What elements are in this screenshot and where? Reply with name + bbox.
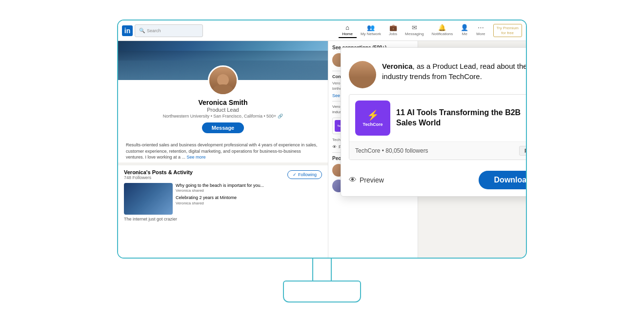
nav-home-label: Home (342, 32, 353, 36)
post-item-title-2: Celebrating 2 years at Mintome (176, 195, 322, 201)
linkedin-logo: in (122, 25, 133, 36)
monitor-stand (283, 259, 361, 302)
notifications-icon: 🔔 (438, 24, 446, 31)
posts-title: Veronica's Posts & Activity (124, 169, 193, 175)
post-image-inner (124, 183, 173, 215)
nav-messages-label: Messaging (405, 32, 424, 36)
ad-overlay: Ad Veronica, as a Product Lead, read abo… (341, 47, 527, 197)
post-item-sub-2: Veronica shared (176, 201, 322, 205)
monitor-container: in 🔍 Search ⌂ Home 👥 My Network (88, 20, 556, 302)
posts-header: Veronica's Posts & Activity 748 Follower… (124, 169, 322, 180)
see-more-bio[interactable]: See more (187, 155, 206, 160)
ad-profile-pic (349, 61, 376, 88)
nav-network[interactable]: 👥 My Network (357, 23, 385, 38)
company-followers: 80,050 followers (385, 147, 428, 154)
ad-header-text: Veronica, as a Product Lead, read about … (382, 61, 527, 81)
post-caption: The internet just got crazier (124, 217, 322, 221)
avatar-face (209, 67, 237, 94)
nav-more[interactable]: ⋯ More (472, 23, 489, 38)
ad-label: Ad (341, 48, 527, 57)
post-item-sub-1: Veronica shared (176, 188, 322, 193)
linkedin-navbar: in 🔍 Search ⌂ Home 👥 My Network (118, 20, 526, 41)
more-icon: ⋯ (478, 24, 484, 31)
nav-jobs-label: Jobs (389, 32, 397, 36)
posts-followers: 748 Followers (124, 175, 193, 180)
eye-preview-icon: 👁 (349, 176, 357, 184)
techcore-bolt-icon: ⚡ (367, 109, 379, 121)
nav-more-label: More (476, 32, 485, 36)
search-icon: 🔍 (139, 28, 145, 33)
ad-header: Veronica, as a Product Lead, read about … (341, 57, 527, 94)
list-item: Why going to the beach is important for … (176, 183, 322, 193)
avatar (208, 65, 238, 96)
profile-meta-text: Northwestern University • San Francisco,… (163, 114, 277, 119)
link-icon: 🔗 (278, 114, 283, 119)
preview-btn-label: Preview (360, 176, 384, 184)
me-icon: 👤 (461, 24, 468, 31)
premium-button[interactable]: Try Premium for free (493, 24, 522, 37)
ad-content-card: ⚡ TechCore 11 AI Tools Transforming the … (349, 94, 527, 160)
techcore-logo: ⚡ TechCore (355, 101, 390, 136)
search-bar[interactable]: 🔍 Search (135, 24, 203, 37)
ad-content-card-inner: ⚡ TechCore 11 AI Tools Transforming the … (349, 95, 527, 141)
nav-notifications[interactable]: 🔔 Notifications (428, 23, 457, 38)
preview-button[interactable]: 👁 Preview (349, 176, 384, 184)
posts-header-left: Veronica's Posts & Activity 748 Follower… (124, 169, 193, 180)
nav-home[interactable]: ⌂ Home (339, 23, 357, 38)
nav-network-label: My Network (361, 32, 381, 36)
pdf-badge: PDF (519, 146, 527, 156)
posts-section: Veronica's Posts & Activity 748 Follower… (118, 162, 328, 225)
network-icon: 👥 (367, 24, 375, 31)
ad-actions: 👁 Preview Download (341, 166, 527, 196)
message-button[interactable]: Message (202, 122, 244, 133)
monitor-stand-neck (312, 259, 332, 281)
nav-items: ⌂ Home 👥 My Network 💼 Jobs ✉ (339, 23, 489, 38)
ad-headline-name: Veronica (382, 62, 413, 70)
scene: in 🔍 Search ⌂ Home 👥 My Network (54, 10, 590, 312)
download-button[interactable]: Download (479, 171, 527, 189)
nav-me[interactable]: 👤 Me (457, 23, 472, 38)
post-item-title-1: Why going to the beach is important for … (176, 183, 322, 189)
posts-grid: Why going to the beach is important for … (124, 183, 322, 215)
bio-text: Results-oriented sales and business deve… (126, 142, 317, 160)
profile-meta: Northwestern University • San Francisco,… (126, 114, 320, 119)
home-icon: ⌂ (345, 24, 349, 31)
ad-content-footer: TechCore • 80,050 followers PDF (349, 141, 527, 160)
eye-icon: 👁 (332, 144, 337, 149)
profile-section: Veronica Smith Product Lead Northwestern… (118, 41, 328, 258)
nav-messages[interactable]: ✉ Messaging (401, 23, 428, 38)
techcore-name: TechCore (363, 122, 383, 127)
messages-icon: ✉ (412, 24, 417, 31)
post-featured-image (124, 183, 173, 215)
profile-name: Veronica Smith (126, 99, 320, 106)
list-item: Celebrating 2 years at Mintome Veronica … (176, 195, 322, 205)
following-button[interactable]: ✓ Following (287, 170, 322, 179)
monitor-stand-base (283, 281, 361, 302)
profile-info: Veronica Smith Product Lead Northwestern… (118, 96, 328, 140)
nav-me-label: Me (462, 32, 467, 36)
search-placeholder: Search (147, 28, 161, 33)
jobs-icon: 💼 (389, 24, 397, 31)
ad-profile-face (349, 61, 376, 88)
avatar-wrapper (118, 65, 328, 96)
profile-bio: Results-oriented sales and business deve… (118, 140, 328, 162)
post-list: Why going to the beach is important for … (176, 183, 322, 215)
ad-company-info: TechCore • 80,050 followers (355, 147, 428, 154)
nav-jobs[interactable]: 💼 Jobs (385, 23, 401, 38)
ad-content-title: 11 AI Tools Transforming the B2B Sales W… (396, 108, 527, 128)
profile-title: Product Lead (126, 107, 320, 113)
nav-notifications-label: Notifications (432, 32, 453, 36)
company-name: TechCore (355, 147, 380, 154)
monitor-screen: in 🔍 Search ⌂ Home 👥 My Network (117, 20, 527, 259)
